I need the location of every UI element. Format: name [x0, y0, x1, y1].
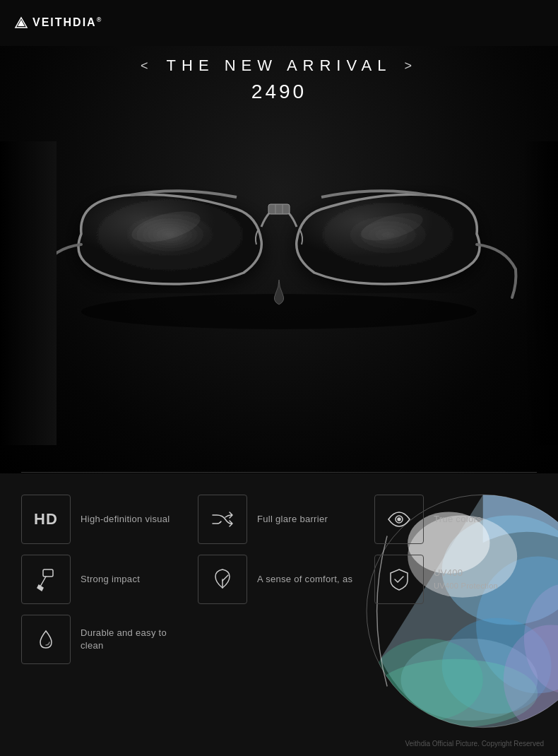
feature-item-hd: HD High-definition visual: [21, 495, 184, 544]
hero-section: < THE NEW ARRIVAL > 2490: [0, 0, 558, 473]
right-bracket: >: [404, 59, 417, 73]
feature-item-durable: Durable and easy to clean: [21, 615, 184, 664]
logo-icon: [14, 16, 28, 30]
feature-label-glare: Full glare barrier: [257, 513, 328, 526]
eye-icon: [386, 507, 412, 532]
feature-item-glare: Full glare barrier: [198, 495, 360, 544]
feature-icon-box-durable: [21, 615, 71, 664]
feature-icon-box-glare: [198, 495, 247, 544]
feature-label-impact: Strong impact: [81, 573, 140, 586]
side-panel-right: [523, 141, 558, 445]
feature-label-comfort: A sense of comfort, as: [257, 573, 352, 586]
features-grid: HD High-definition visual Full glare bar…: [21, 495, 537, 664]
feature-item-uv400: UV400UV400 Protection: [374, 555, 537, 604]
feature-icon-box-comfort: [198, 555, 247, 604]
svg-rect-20: [43, 569, 53, 577]
feature-icon-box-hd: HD: [21, 495, 71, 544]
feature-label-colors: True colors: [434, 513, 482, 526]
feature-label-durable: Durable and easy to clean: [81, 627, 184, 652]
feature-item-comfort: A sense of comfort, as: [198, 555, 360, 604]
hd-text-icon: HD: [34, 510, 58, 528]
arrival-text: THE NEW ARRIVAL: [167, 57, 392, 75]
header: VEITHDIA®: [0, 0, 558, 46]
drop-icon: [33, 627, 59, 652]
feature-icon-box-impact: [21, 555, 71, 604]
shuffle-icon: [210, 507, 235, 532]
side-panel-left: [0, 141, 57, 445]
svg-point-19: [398, 518, 400, 521]
feature-icon-box-colors: [374, 495, 424, 544]
leaf-icon: [210, 567, 235, 592]
sunglasses-container: [32, 124, 526, 372]
sunglasses-image: [39, 156, 519, 340]
svg-rect-1: [268, 204, 290, 214]
feature-icon-box-uv400: [374, 555, 424, 604]
logo-area: VEITHDIA®: [14, 16, 102, 30]
hammer-icon: [33, 567, 59, 592]
copyright-text: Veithdia Official Picture. Copyright Res…: [405, 740, 544, 748]
features-divider: [21, 472, 537, 473]
feature-item-impact: Strong impact: [21, 555, 184, 604]
feature-item-colors: True colors: [374, 495, 537, 544]
left-bracket: <: [141, 59, 154, 73]
feature-label-uv400: UV400UV400 Protection: [434, 567, 498, 592]
product-number: 2490: [141, 81, 417, 103]
feature-label-hd: High-definition visual: [81, 513, 170, 526]
new-arrival-title: < THE NEW ARRIVAL >: [141, 57, 417, 75]
shield-icon: [386, 567, 412, 592]
new-arrival-banner: < THE NEW ARRIVAL > 2490: [141, 57, 417, 103]
features-section: HD High-definition visual Full glare bar…: [0, 473, 558, 756]
brand-name: VEITHDIA®: [32, 16, 102, 29]
